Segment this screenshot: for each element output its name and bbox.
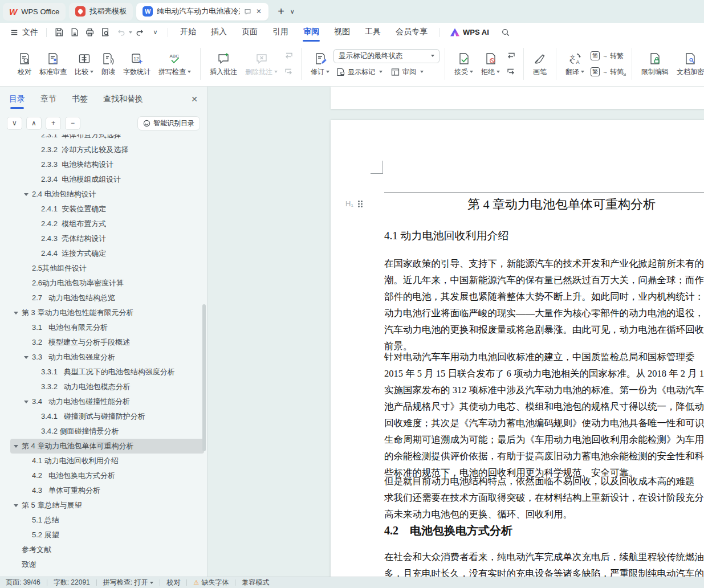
toc-item[interactable]: 3.3.1 典型工况下的电池包结构强度分析 [0,365,207,379]
collapse-arrow-icon[interactable] [24,356,29,359]
compare-button[interactable]: 比较 [71,46,97,82]
to-traditional-button[interactable]: 简→ 转繁 [588,49,626,63]
toc-item[interactable]: 2.3.4 电池模组成组设计 [0,172,207,187]
print-preview-icon[interactable] [97,26,113,39]
expand-all-button[interactable]: ∨ [7,117,22,130]
toc-item[interactable]: 4.3 单体可重构分析 [0,483,207,498]
toc-item[interactable]: 3.4 动力电池包碰撞性能分析 [0,394,207,409]
collapse-arrow-icon[interactable] [24,193,29,196]
toc-item[interactable]: 5.2 展望 [0,528,207,542]
sidebar-close-icon[interactable]: ✕ [191,95,198,104]
toc-item[interactable]: 2.7 动力电池包结构总览 [0,291,207,305]
toc-item[interactable]: 2.3.3 电池块结构设计 [0,157,207,172]
pen-button[interactable]: 画笔 [529,46,551,82]
previous-comment-button[interactable] [282,49,296,63]
to-simplified-button[interactable]: 繁→ 转简 [588,65,626,79]
toc-item[interactable]: 3.4.2 侧面碰撞情景分析 [0,424,207,439]
collapse-arrow-icon[interactable] [14,445,18,448]
toc-item[interactable]: 3.1 电池包有限元分析 [0,320,207,335]
redo-icon[interactable] [132,26,148,39]
accept-button[interactable]: 接受 [450,46,477,82]
toc-item[interactable]: 2.6动力电池包功率密度计算 [0,276,207,291]
standard-review-button[interactable]: 标准审查 [35,46,71,82]
menu-item[interactable]: 视图 [327,23,357,42]
toc-item[interactable]: 第 4 章动力电池包单体可重构分析 [10,439,204,454]
tab-docer-templates[interactable]: 找稻壳模板 [69,3,133,21]
word-count-button[interactable]: 12 字数统计 [119,46,154,82]
toc-item[interactable]: 第 5 章总结与展望 [0,498,207,513]
sidebar-tab[interactable]: 查找和替换 [103,87,143,112]
toc-item[interactable]: 2.3.1 单体布置方式选择 [0,134,207,142]
toc-item[interactable]: 第 3 章动力电池包性能有限元分析 [0,305,207,320]
toc-item[interactable]: 2.4.2 模组布置方式 [0,217,207,231]
toc-item[interactable]: 4.1 动力电池回收利用介绍 [0,454,207,468]
new-tab-button[interactable]: + [278,6,284,17]
group-expand-icon[interactable] [621,68,626,79]
menu-item[interactable]: 会员专享 [388,23,435,42]
markup-state-select[interactable]: 显示标记的最终状态 [333,49,440,63]
zoom-out-outline-button[interactable]: − [65,117,80,130]
review-pane-button[interactable]: 审阅 [388,65,426,79]
sidebar-tab[interactable]: 书签 [72,87,88,112]
previous-change-button[interactable] [504,49,518,63]
page-indicator[interactable]: 页面: 39/46 [6,578,40,587]
next-change-button[interactable] [504,65,518,79]
sidebar-tab[interactable]: 章节 [40,87,56,112]
document-workspace[interactable]: H₁ 第 4 章动力电池包单体可重构分析 4.1 动力电池回收利用介绍 在国家政… [208,87,704,577]
menu-item[interactable]: 开始 [173,23,204,42]
search-icon[interactable] [498,26,514,39]
toc-item[interactable]: 2.5其他组件设计 [0,261,207,276]
toc-item[interactable]: 2.4 电池包结构设计 [0,187,207,202]
menu-item[interactable]: 页面 [234,23,265,42]
undo-icon[interactable] [113,26,128,39]
collapse-arrow-icon[interactable] [14,312,18,315]
compatibility-mode-badge[interactable]: 兼容模式 [242,578,269,587]
tab-active-document[interactable]: W 纯电动汽车动力电池液冷系统设 ✕ [136,3,268,21]
translate-button[interactable]: 文A 翻译 [561,46,588,82]
toc-scroll-area[interactable]: 2.3.1 单体布置方式选择 2.3.2 冷却方式比较及选择 2.3.3 电池块… [0,134,207,577]
toc-item[interactable]: 2.4.3 壳体结构设计 [0,231,207,246]
restrict-edit-button[interactable]: 限制编辑 [637,46,673,82]
zoom-in-outline-button[interactable]: + [46,117,61,130]
delete-comment-button[interactable]: 删除批注 [241,46,282,82]
insert-comment-button[interactable]: 插入批注 [206,46,241,82]
toc-item[interactable]: 4.2 电池包换电方式分析 [0,468,207,483]
collapse-arrow-icon[interactable] [24,401,29,403]
toc-item[interactable]: 2.4.1 安装位置确定 [0,202,207,217]
sidebar-scrollbar[interactable] [202,304,206,451]
quick-access-chevron-icon[interactable]: ∨ [148,26,163,39]
show-markup-button[interactable]: 显示标记 [333,65,385,79]
sidebar-tab[interactable]: 目录 [9,87,25,112]
track-changes-button[interactable]: 修订 [307,46,333,82]
print-icon[interactable] [82,26,97,39]
toc-item[interactable]: 3.2 模型建立与分析手段概述 [0,335,207,350]
toc-item[interactable]: 3.3 动力电池包强度分析 [0,350,207,365]
file-menu-button[interactable]: 文件 [7,27,42,38]
next-comment-button[interactable] [282,65,296,79]
save-icon[interactable] [51,26,67,39]
spell-check-button[interactable]: ABC 拼写检查 [154,46,195,82]
tab-list-chevron-icon[interactable]: ∨ [290,8,295,15]
toc-item[interactable]: 5.1 总结 [0,513,207,528]
menu-item[interactable]: 工具 [357,23,388,42]
collapse-arrow-icon[interactable] [14,504,18,507]
collapse-all-button[interactable]: ∧ [26,117,42,130]
encrypt-button[interactable]: 文档加密 [673,46,704,82]
wps-ai-button[interactable]: WPS AI [445,28,495,36]
missing-font-warning[interactable]: ⚠ 缺失字体 [193,578,229,587]
output-icon[interactable] [67,26,82,39]
tab-close-icon[interactable]: ✕ [255,7,262,15]
menu-item[interactable]: 插入 [204,23,234,42]
tab-wps-home[interactable]: W WPS Office [3,3,66,21]
menu-item[interactable]: 引用 [265,23,296,42]
reject-button[interactable]: 拒绝 [477,46,504,82]
read-aloud-button[interactable]: 朗读 [97,46,119,82]
toc-item[interactable]: 2.4.4 连接方式确定 [0,246,207,261]
document-page[interactable]: H₁ 第 4 章动力电池包单体可重构分析 4.1 动力电池回收利用介绍 在国家政… [331,120,704,577]
toc-item[interactable]: 3.4.1 碰撞测试与碰撞防护分析 [0,409,207,424]
proofread-button[interactable]: 校对 [14,46,35,82]
toc-item[interactable]: 致谢 [0,557,207,572]
proofread-status[interactable]: 校对 [166,578,180,587]
word-count-indicator[interactable]: 字数: 22091 [54,578,90,587]
toc-item[interactable]: 3.3.2 动力电池包模态分析 [0,379,207,394]
